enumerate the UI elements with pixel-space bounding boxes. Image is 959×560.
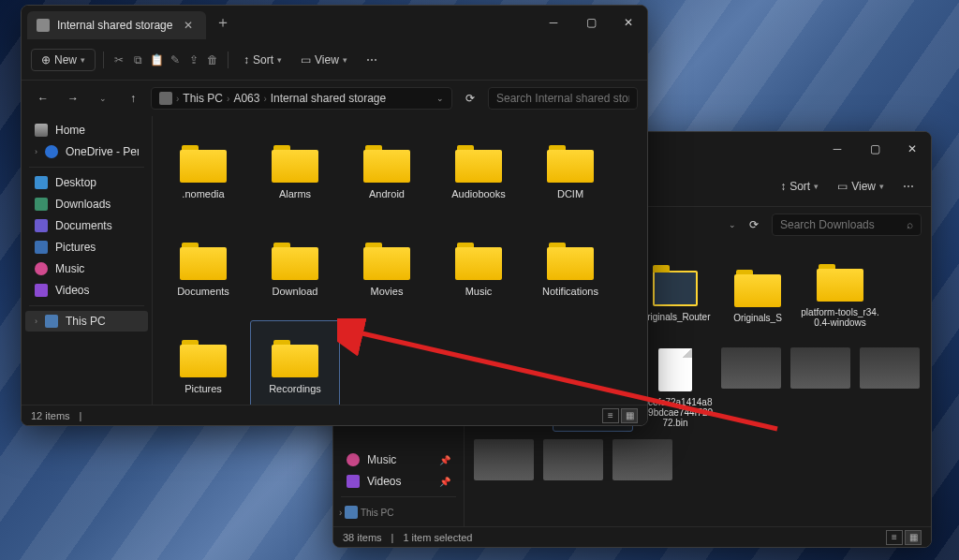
back-button[interactable]: ← (31, 86, 55, 111)
expand-thispc[interactable]: › This PC (333, 502, 464, 523)
folder-item[interactable]: Android (342, 125, 432, 219)
up-button[interactable]: ↑ (121, 86, 145, 111)
folder-item[interactable]: Download (250, 223, 340, 317)
icons-view-button[interactable]: ▦ (905, 530, 922, 545)
search-field[interactable] (780, 218, 901, 231)
addr-dropdown-icon[interactable]: ⌄ (436, 94, 444, 103)
folder-label: Documents (177, 286, 229, 297)
recent-button[interactable]: ⌄ (91, 86, 115, 111)
chevron-right-icon: › (227, 94, 229, 104)
sidebar-item-videos[interactable]: Videos📌 (337, 471, 460, 492)
folder-item[interactable]: Movies (342, 223, 432, 317)
chevron-right-icon: › (176, 94, 179, 104)
home-icon (35, 124, 48, 137)
search-input[interactable] (488, 87, 638, 110)
selection-count: 1 item selected (403, 532, 472, 543)
plus-icon: ⊕ (41, 53, 51, 66)
sidebar-item-pictures[interactable]: Pictures (25, 237, 148, 258)
search-input[interactable]: ⌕ (772, 214, 922, 236)
sidebar-item-downloads[interactable]: Downloads (25, 194, 148, 214)
folder-thumb-icon (653, 271, 698, 306)
crumb-thispc[interactable]: This PC (183, 92, 223, 105)
toolbar: ⊕New▾ ✂ ⧉ 📋 ✎ ⇪ 🗑 ↕Sort▾ ▭View▾ ⋯ (22, 39, 647, 81)
minimize-button[interactable]: ─ (535, 6, 572, 39)
onedrive-icon (45, 145, 58, 158)
sort-button[interactable]: ↕Sort▾ (236, 50, 289, 70)
item-count: 12 items (31, 410, 70, 421)
image-thumbnail[interactable] (474, 439, 534, 480)
image-thumbnail[interactable] (721, 347, 781, 389)
close-button[interactable]: ✕ (610, 6, 647, 39)
rename-button[interactable]: ✎ (168, 52, 183, 67)
sidebar-item-music[interactable]: Music📌 (337, 449, 460, 470)
folder-item[interactable]: Music (434, 223, 524, 317)
paste-button[interactable]: 📋 (149, 52, 164, 67)
item-label: platform-tools_r34.0.4-windows (801, 307, 879, 328)
sidebar-item-desktop[interactable]: Desktop (25, 172, 148, 193)
sidebar-item-home[interactable]: Home (25, 120, 148, 140)
more-button[interactable]: ⋯ (895, 176, 922, 197)
view-toggle: ≡ ▦ (602, 408, 638, 423)
crumb-location[interactable]: Internal shared storage (271, 92, 386, 105)
refresh-button[interactable]: ⟳ (458, 86, 482, 111)
addr-dropdown-icon[interactable]: ⌄ (729, 220, 736, 229)
maximize-button[interactable]: ▢ (572, 6, 610, 39)
titlebar: Internal shared storage ✕ ＋ ─ ▢ ✕ (22, 6, 647, 39)
sidebar-item-documents[interactable]: Documents (25, 215, 148, 236)
folder-item[interactable]: Documents (158, 223, 248, 317)
folder-item[interactable]: Originals_S (717, 252, 798, 340)
folder-icon (272, 243, 318, 280)
details-view-button[interactable]: ≡ (602, 408, 619, 423)
refresh-button[interactable]: ⟳ (742, 213, 766, 237)
folder-item[interactable]: Audiobooks (434, 125, 524, 219)
copy-button[interactable]: ⧉ (130, 52, 145, 67)
folder-icon (180, 145, 227, 183)
chevron-right-icon: › (339, 508, 342, 518)
pc-icon (345, 506, 358, 519)
search-icon: ⌕ (907, 218, 913, 231)
sidebar-item-videos[interactable]: Videos (25, 280, 148, 301)
folder-icon (272, 340, 318, 377)
view-button[interactable]: ▭View▾ (830, 176, 892, 197)
view-button[interactable]: ▭View▾ (293, 50, 355, 70)
search-field[interactable] (496, 92, 629, 105)
item-label: Originals_S (733, 313, 782, 323)
crumb-device[interactable]: A063 (233, 92, 259, 105)
address-bar[interactable]: › This PC › A063 › Internal shared stora… (151, 87, 452, 110)
sort-button[interactable]: ↕Sort▾ (773, 176, 826, 197)
forward-button[interactable]: → (61, 86, 85, 111)
image-thumbnail[interactable] (543, 439, 603, 480)
details-view-button[interactable]: ≡ (886, 530, 903, 545)
new-button[interactable]: ⊕New▾ (31, 49, 96, 71)
sidebar-item-onedrive[interactable]: ›OneDrive - Perso (25, 141, 148, 162)
minimize-button[interactable]: ─ (819, 132, 856, 166)
folder-item[interactable]: platform-tools_r34.0.4-windows (800, 252, 880, 340)
new-tab-button[interactable]: ＋ (206, 13, 240, 33)
delete-button[interactable]: 🗑 (205, 52, 220, 67)
folder-label: Music (465, 286, 493, 297)
sidebar-item-music[interactable]: Music (25, 258, 148, 279)
maximize-button[interactable]: ▢ (856, 132, 893, 166)
sidebar-item-thispc[interactable]: ›This PC (25, 311, 148, 332)
folder-label: Audiobooks (451, 188, 506, 199)
folder-item[interactable]: .nomedia (158, 125, 248, 219)
folder-item[interactable]: Notifications (525, 223, 615, 317)
image-thumbnail[interactable] (860, 347, 920, 389)
folder-item[interactable]: Pictures (158, 320, 248, 405)
share-button[interactable]: ⇪ (186, 52, 201, 67)
view-icon: ▭ (837, 180, 848, 193)
folder-item[interactable]: Alarms (250, 125, 340, 219)
folder-item[interactable]: Recordings (250, 320, 340, 405)
image-thumbnail[interactable] (790, 347, 850, 389)
folder-item[interactable]: DCIM (525, 125, 615, 219)
more-button[interactable]: ⋯ (359, 50, 385, 70)
address-bar-row: ← → ⌄ ↑ › This PC › A063 › Internal shar… (22, 81, 647, 116)
cut-button[interactable]: ✂ (111, 52, 126, 67)
tab-active[interactable]: Internal shared storage ✕ (27, 11, 206, 39)
close-tab-button[interactable]: ✕ (180, 19, 197, 32)
close-button[interactable]: ✕ (893, 132, 931, 166)
image-thumbnail[interactable] (612, 439, 672, 480)
folder-content[interactable]: .nomediaAlarmsAndroidAudiobooksDCIMDocum… (153, 116, 647, 405)
icons-view-button[interactable]: ▦ (621, 408, 638, 423)
folder-label: Movies (371, 286, 404, 297)
